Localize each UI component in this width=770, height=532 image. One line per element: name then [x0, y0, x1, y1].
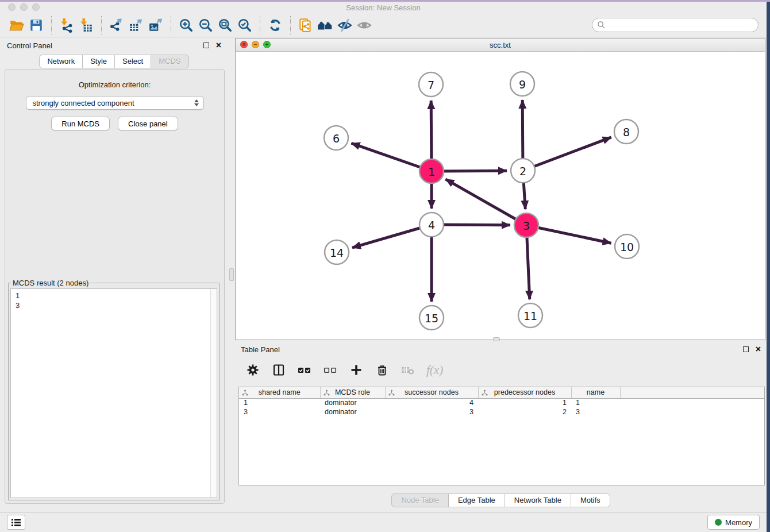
column-header-filler — [620, 387, 764, 398]
graph-node-7[interactable]: 7 — [419, 72, 443, 97]
graph-node-label: 6 — [333, 132, 340, 145]
graph-node-11[interactable]: 11 — [518, 303, 542, 327]
tab-network[interactable]: Network — [39, 55, 83, 68]
refresh-layout-icon[interactable] — [265, 16, 285, 34]
run-mcds-button[interactable]: Run MCDS — [51, 117, 110, 130]
mcds-result-line: 1 — [16, 291, 212, 300]
search-input[interactable] — [606, 20, 758, 31]
tab-motifs[interactable]: Motifs — [571, 494, 610, 507]
graph-node-15[interactable]: 15 — [419, 306, 444, 330]
graph-node-6[interactable]: 6 — [324, 126, 348, 150]
export-network-icon[interactable] — [107, 16, 126, 34]
network-canvas[interactable]: 7968124314101511 — [236, 52, 765, 340]
export-table-icon[interactable] — [126, 16, 146, 34]
graph-node-10[interactable]: 10 — [615, 234, 639, 259]
import-table-icon[interactable] — [76, 16, 96, 34]
network-graph[interactable]: 7968124314101511 — [236, 52, 765, 340]
zoom-in-icon[interactable] — [176, 16, 196, 34]
mcds-result-line: 3 — [16, 300, 212, 310]
tab-style[interactable]: Style — [82, 55, 115, 68]
zoom-selected-icon[interactable] — [235, 16, 255, 34]
cell-shared-name[interactable]: 1 — [239, 398, 320, 407]
criterion-select[interactable]: strongly connected component — [26, 96, 204, 110]
zoom-out-icon[interactable] — [196, 16, 215, 34]
table-panel-tabs: Node Table Edge Table Network Table Moti… — [235, 494, 767, 507]
control-panel-header: Control Panel × — [0, 38, 228, 53]
toolbar-separator — [290, 16, 291, 34]
tab-select[interactable]: Select — [114, 55, 151, 68]
tab-mcds[interactable]: MCDS — [151, 55, 188, 68]
horizontal-splitter-handle[interactable] — [493, 337, 500, 341]
vertical-splitter[interactable] — [228, 38, 235, 511]
table-panel-header: Table Panel × — [235, 342, 767, 357]
network-minimize-icon[interactable]: − — [252, 41, 259, 48]
cell-predecessor-nodes[interactable]: 2 — [478, 407, 571, 417]
show-columns-icon[interactable] — [270, 361, 287, 379]
graph-node-label: 2 — [519, 165, 526, 178]
control-panel: Control Panel × Network Style Select MCD… — [0, 38, 228, 511]
open-folder-icon[interactable] — [7, 16, 26, 34]
splitter-handle[interactable] — [229, 268, 234, 281]
select-all-checkboxes-icon[interactable] — [296, 361, 313, 379]
close-panel-button[interactable]: Close panel — [118, 117, 178, 130]
export-image-icon[interactable] — [146, 16, 165, 34]
zoom-fit-icon[interactable] — [215, 16, 235, 34]
list-icon — [10, 517, 22, 527]
task-history-button[interactable] — [7, 515, 25, 530]
table-row[interactable]: 1 dominator 4 1 1 — [239, 398, 764, 407]
network-maximize-icon[interactable]: + — [263, 41, 271, 48]
houses-icon[interactable] — [315, 16, 335, 34]
network-window-titlebar[interactable]: × − + scc.txt — [236, 38, 765, 52]
memory-button[interactable]: Memory — [707, 515, 760, 530]
table-row[interactable]: 3 dominator 3 2 3 — [239, 407, 764, 417]
add-column-plus-icon[interactable] — [348, 361, 365, 379]
float-table-panel-icon[interactable] — [743, 346, 749, 352]
tab-node-table[interactable]: Node Table — [391, 494, 449, 507]
graph-node-8[interactable]: 8 — [614, 119, 638, 144]
network-close-icon[interactable]: × — [240, 41, 248, 48]
column-header-predecessor-nodes[interactable]: predecessor nodes — [478, 387, 571, 398]
mcds-scrollbar[interactable] — [210, 289, 217, 498]
graph-edge-2-8[interactable] — [523, 137, 611, 171]
node-table: shared name MCDS role successor nodes pr… — [238, 387, 765, 485]
graph-node-1[interactable]: 1 — [419, 159, 444, 183]
deselect-all-checkboxes-icon[interactable] — [322, 361, 339, 379]
cell-name[interactable]: 3 — [571, 407, 620, 417]
column-header-successor-nodes[interactable]: successor nodes — [385, 387, 478, 398]
show-eye-icon — [355, 16, 374, 34]
table-settings-gear-icon[interactable] — [244, 361, 261, 379]
graph-node-14[interactable]: 14 — [325, 240, 349, 264]
tab-edge-table[interactable]: Edge Table — [448, 494, 505, 507]
table-header-row: shared name MCDS role successor nodes pr… — [239, 387, 764, 398]
graph-node-2[interactable]: 2 — [511, 159, 535, 183]
cell-successor-nodes[interactable]: 3 — [385, 407, 478, 417]
hide-eye-icon[interactable] — [335, 16, 355, 34]
cell-name[interactable]: 1 — [571, 398, 620, 407]
column-header-name[interactable]: name — [571, 387, 620, 398]
graph-node-3[interactable]: 3 — [514, 213, 538, 237]
graph-edge-3-10[interactable] — [526, 225, 611, 243]
close-table-panel-icon[interactable]: × — [756, 346, 761, 352]
graph-node-4[interactable]: 4 — [419, 213, 444, 237]
tab-network-table[interactable]: Network Table — [505, 494, 571, 507]
toolbar-search[interactable] — [592, 18, 759, 32]
cell-mcds-role[interactable]: dominator — [320, 398, 385, 407]
cell-predecessor-nodes[interactable]: 1 — [478, 398, 571, 407]
delete-column-trash-icon[interactable] — [374, 361, 391, 379]
mcds-panel-body: Optimization criterion: strongly connect… — [5, 69, 225, 504]
graph-edge-3-1[interactable] — [445, 179, 526, 225]
column-header-mcds-role[interactable]: MCDS role — [320, 387, 385, 398]
mcds-result-area[interactable]: 1 3 — [10, 288, 217, 498]
select-stepper-icon — [194, 99, 199, 106]
cell-successor-nodes[interactable]: 4 — [385, 398, 478, 407]
clone-network-icon[interactable] — [296, 16, 315, 34]
memory-status-icon — [715, 519, 722, 526]
import-network-icon[interactable] — [57, 16, 76, 34]
close-panel-icon[interactable]: × — [216, 43, 221, 48]
cell-shared-name[interactable]: 3 — [239, 407, 320, 417]
save-icon[interactable] — [26, 16, 46, 34]
column-header-shared-name[interactable]: shared name — [239, 387, 320, 398]
cell-mcds-role[interactable]: dominator — [320, 407, 385, 417]
graph-node-9[interactable]: 9 — [510, 72, 534, 96]
float-panel-icon[interactable] — [203, 43, 209, 48]
